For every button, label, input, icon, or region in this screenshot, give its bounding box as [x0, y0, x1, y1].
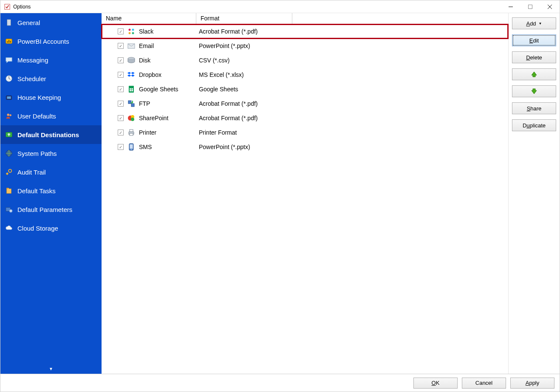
share-button[interactable]: Share [512, 102, 556, 114]
row-format: PowerPoint (*.pptx) [199, 42, 250, 49]
destinations-table: Name Format ✓SlackAcrobat Format (*.pdf)… [102, 13, 509, 374]
systempaths-icon [5, 149, 13, 158]
row-checkbox[interactable]: ✓ [118, 43, 124, 49]
row-name: Dropbox [139, 71, 161, 78]
row-format: Acrobat Format (*.pdf) [199, 100, 258, 107]
dialog-footer: OK Cancel Apply [0, 374, 560, 392]
destinations-icon [5, 130, 13, 139]
sidebar-item-label: Default Destinations [17, 131, 79, 138]
arrow-down-icon [531, 88, 537, 95]
sidebar-item-label: Default Tasks [17, 187, 56, 195]
sidebar-item-default-destinations[interactable]: Default Destinations [0, 125, 102, 144]
edit-button[interactable]: Edit [512, 34, 556, 46]
sidebar-item-label: Scheduler [17, 75, 46, 82]
row-name: Printer [139, 129, 156, 136]
maximize-button[interactable] [520, 0, 540, 13]
audittrail-icon [5, 168, 13, 176]
sidebar-item-audit-trail[interactable]: Audit Trail [0, 163, 102, 181]
row-name: FTP [139, 100, 150, 107]
row-format: Printer Format [199, 129, 237, 136]
ftp-icon [127, 99, 136, 108]
sidebar-item-general[interactable]: General [0, 13, 102, 32]
table-row[interactable]: ✓Google SheetsGoogle Sheets [102, 82, 508, 96]
sidebar-item-user-defaults[interactable]: User Defaults [0, 107, 102, 125]
disk-icon [127, 56, 136, 65]
defaulttasks-icon [5, 186, 13, 195]
table-row[interactable]: ✓SharePointAcrobat Format (*.pdf) [102, 111, 508, 125]
housekeeping-icon [5, 93, 13, 102]
table-header: Name Format [102, 13, 508, 24]
svg-point-37 [131, 118, 134, 121]
svg-point-22 [9, 209, 12, 212]
sidebar-item-scheduler[interactable]: Scheduler [0, 69, 102, 88]
printer-icon [127, 128, 136, 137]
row-checkbox[interactable]: ✓ [118, 72, 124, 78]
table-row[interactable]: ✓EmailPowerPoint (*.pptx) [102, 39, 508, 53]
move-up-button[interactable] [512, 68, 556, 80]
move-down-button[interactable] [512, 85, 556, 97]
row-format: Google Sheets [199, 86, 238, 93]
sidebar-item-house-keeping[interactable]: House Keeping [0, 88, 102, 107]
svg-point-25 [129, 32, 131, 34]
svg-rect-9 [10, 41, 11, 43]
table-row[interactable]: ✓PrinterPrinter Format [102, 125, 508, 140]
row-format: PowerPoint (*.pptx) [199, 144, 250, 150]
column-header-format[interactable]: Format [196, 13, 292, 24]
general-icon [5, 18, 13, 27]
row-checkbox[interactable]: ✓ [118, 86, 124, 92]
sidebar-item-default-parameters[interactable]: Default Parameters [0, 200, 102, 219]
svg-rect-8 [8, 40, 9, 42]
table-row[interactable]: ✓SlackAcrobat Format (*.pdf) [102, 24, 508, 39]
row-format: Acrobat Format (*.pdf) [199, 115, 258, 121]
svg-rect-34 [131, 104, 134, 107]
gsheets-icon [127, 85, 136, 93]
row-checkbox[interactable]: ✓ [118, 144, 124, 150]
cancel-button[interactable]: Cancel [462, 378, 506, 389]
ok-button[interactable]: OK [413, 378, 458, 389]
table-row[interactable]: ✓DiskCSV (*.csv) [102, 53, 508, 68]
row-checkbox[interactable]: ✓ [118, 130, 124, 135]
sidebar-item-cloud-storage[interactable]: Cloud Storage [0, 219, 102, 237]
sidebar-item-system-paths[interactable]: System Paths [0, 144, 102, 163]
sidebar-item-label: General [17, 19, 40, 26]
sidebar-item-label: User Defaults [17, 113, 56, 120]
row-checkbox[interactable]: ✓ [118, 101, 124, 107]
sidebar-expand-caret[interactable]: ▼ [0, 364, 102, 374]
svg-rect-2 [529, 5, 532, 8]
row-name: Slack [139, 28, 153, 35]
powerbi-icon [5, 37, 13, 45]
delete-button[interactable]: Delete [512, 51, 556, 63]
sidebar-item-messaging[interactable]: Messaging [0, 51, 102, 69]
sidebar-item-label: Messaging [17, 56, 48, 64]
sidebar-item-powerbi-accounts[interactable]: PowerBI Accounts [0, 32, 102, 51]
add-button[interactable]: Add▼ [512, 17, 556, 29]
window-title: Options [13, 4, 31, 10]
row-checkbox[interactable]: ✓ [118, 28, 124, 34]
row-checkbox[interactable]: ✓ [118, 115, 124, 121]
content: GeneralPowerBI AccountsMessagingSchedule… [0, 13, 560, 374]
slack-icon [127, 27, 136, 36]
table-body: ✓SlackAcrobat Format (*.pdf)✓EmailPowerP… [102, 24, 508, 154]
table-row[interactable]: ✓FTPAcrobat Format (*.pdf) [102, 96, 508, 111]
scheduler-icon [5, 74, 13, 83]
sidebar-item-label: System Paths [17, 150, 57, 157]
table-row[interactable]: ✓DropboxMS Excel (*.xlsx) [102, 68, 508, 82]
svg-point-19 [8, 169, 11, 172]
messaging-icon [5, 56, 13, 64]
dropdown-caret-icon: ▼ [539, 22, 542, 25]
row-format: Acrobat Format (*.pdf) [199, 28, 258, 35]
minimize-button[interactable] [501, 0, 520, 13]
dropbox-icon [127, 71, 136, 79]
sidebar-item-default-tasks[interactable]: Default Tasks [0, 181, 102, 200]
row-name: SharePoint [139, 115, 168, 121]
row-checkbox[interactable]: ✓ [118, 57, 124, 63]
apply-button[interactable]: Apply [510, 378, 554, 389]
app-icon [4, 3, 11, 10]
column-header-name[interactable]: Name [102, 13, 196, 24]
duplicate-button[interactable]: Duplicate [512, 119, 556, 131]
svg-point-24 [132, 29, 134, 31]
sms-icon [127, 143, 136, 151]
close-button[interactable] [540, 0, 560, 13]
row-format: CSV (*.csv) [199, 57, 229, 64]
table-row[interactable]: ✓SMSPowerPoint (*.pptx) [102, 140, 508, 154]
